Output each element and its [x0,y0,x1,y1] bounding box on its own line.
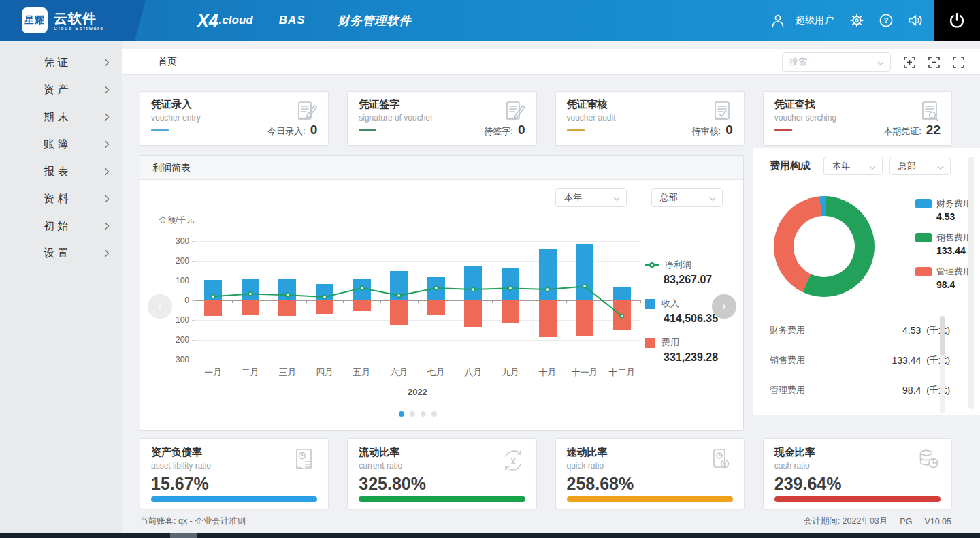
legend-name: 财务费用 [936,197,972,210]
user-icon[interactable] [769,12,787,29]
card-subtitle: quick ratio [567,461,604,471]
x-axis-year: 2022 [195,387,640,397]
card-voucher-search[interactable]: 凭证查找 voucher serching 本期凭证: 22 [763,91,952,146]
legend-value: 4.53 [936,211,972,222]
zoom-out-icon[interactable] [928,57,940,68]
square-marker-icon [645,338,655,348]
chevron-down-icon [613,197,620,201]
chevron-right-icon [104,249,110,257]
fullscreen-icon[interactable] [953,57,964,68]
donut-hole [794,216,855,277]
card-stat-label: 本期凭证: [883,125,921,138]
org-select[interactable]: 总部 [889,157,951,175]
card-title: 凭证签字 [359,98,399,111]
chevron-right-icon [104,195,110,203]
card-voucher-sign[interactable]: 凭证签字 signature of voucher 待签字: 0 [347,91,536,146]
search-input[interactable]: 搜索 [782,52,891,72]
sidebar-item-ledgers[interactable]: 账 簿 [0,131,122,158]
donut-legend: 财务费用 4.53 销售费用 133.44 管理费用 98.4 [915,197,972,300]
card-stat-value: 0 [310,123,318,138]
legend-value: 331,239.28 [664,351,718,364]
sidebar-item-period-end[interactable]: 期 末 [0,104,122,131]
pager-dot[interactable] [431,411,437,417]
profit-summary-panel: 利润简表 本年 总部 金额/千元 3002001000100200300 一月二… [140,155,744,431]
table-row: 财务费用 4.53 (千元) [770,315,950,345]
pager-dot[interactable] [410,411,415,417]
help-icon[interactable]: ? [877,12,895,29]
horizontal-scrollbar-thumb[interactable] [170,533,197,538]
chevron-right-icon [104,168,110,176]
card-voucher-audit[interactable]: 凭证审核 voucher audit 待审核: 0 [555,91,745,146]
row-value: 133.44 [805,355,921,366]
card-stat-label: 待签字: [484,125,513,138]
legend-admin-expense: 管理费用 98.4 [915,266,972,290]
row-unit: (千元) [926,384,950,396]
y-tick-label: 300 [166,236,189,246]
card-stat-value: 0 [725,123,733,138]
x-tick-label: 一月 [195,366,232,379]
card-stat-label: 今日录入: [267,125,306,138]
swatch-icon [915,267,932,276]
ratio-cards-row: 资产负债率 asset libility ratio 15.67% 流动比率 c… [140,438,952,509]
breadcrumb-home[interactable]: 首页 [158,49,177,74]
chevron-right-icon [104,86,110,94]
y-axis-title: 金额/千元 [159,215,194,226]
sidebar-item-initial[interactable]: 初 始 [0,212,122,240]
x-tick-label: 十二月 [603,366,640,379]
y-tick-label: 200 [166,256,189,266]
sidebar-item-label: 报 表 [44,165,68,179]
period-select[interactable]: 本年 [555,188,627,207]
chevron-right-icon [104,59,110,67]
pager-dot[interactable] [399,411,404,417]
y-tick-label: 300 [166,355,189,364]
x-tick-label: 二月 [232,366,270,379]
sidebar-item-settings[interactable]: 设 置 [0,240,122,267]
legend-expense: 费用 331,239.28 [645,336,718,364]
table-scrollbar[interactable] [940,316,945,413]
x-tick-label: 六月 [380,366,418,379]
legend-name: 销售费用 [936,232,972,244]
coins-pie-icon [914,447,943,477]
legend-sales-expense: 销售费用 133.44 [915,232,972,256]
chart-next-button[interactable]: › [712,294,736,319]
legend-value: 98.4 [936,279,972,290]
panel-title: 费用构成 [770,159,811,172]
sidebar-item-label: 设 置 [44,247,68,261]
row-name: 销售费用 [770,354,805,366]
row-unit: (千元) [926,354,950,366]
row-value: 4.53 [805,325,921,336]
y-tick-label: 200 [166,335,189,345]
gear-icon[interactable] [848,12,866,29]
panel-scrollbar[interactable] [968,157,974,409]
app-window: X4.cloud BAS 财务管理软件 星耀 云软件 Cloud Softwar… [0,0,980,538]
line-marker-icon [645,264,659,266]
speaker-icon[interactable] [906,12,924,29]
ratio-value: 239.64% [774,474,842,494]
expense-composition-panel: 费用构成 本年 总部 财务费用 4.53 销售费用 [753,148,980,415]
sidebar-item-master-data[interactable]: 资 料 [0,185,122,212]
chart-prev-button[interactable]: ‹ [148,294,172,319]
username[interactable]: 超级用户 [796,14,834,27]
bottom-bar [0,533,980,538]
card-voucher-entry[interactable]: 凭证录入 voucher entry 今日录入: 0 [140,91,329,146]
scrollbar-thumb[interactable] [940,316,945,355]
zoom-in-icon[interactable] [904,57,915,68]
period-select[interactable]: 本年 [823,157,883,175]
pager-dot[interactable] [421,411,426,417]
x-tick-label: 九月 [492,366,529,379]
breadcrumb-bar: 首页 搜索 [122,49,980,75]
sidebar-item-voucher[interactable]: 凭 证 [0,49,122,76]
sidebar-item-label: 资 产 [44,83,68,97]
sidebar-item-reports[interactable]: 报 表 [0,158,122,185]
sidebar-item-assets[interactable]: 资 产 [0,76,122,104]
brand-suffix: .cloud [219,14,253,27]
ratio-bar [151,496,317,502]
current-account: 当前账套: qx - 企业会计准则 [140,511,246,531]
chevron-down-icon [877,61,884,65]
org-select[interactable]: 总部 [651,188,723,207]
x-tick-label: 五月 [343,366,380,379]
ratio-bar [359,496,525,502]
power-button[interactable] [934,0,980,41]
power-icon [948,12,966,29]
chevron-right-icon [104,222,110,230]
